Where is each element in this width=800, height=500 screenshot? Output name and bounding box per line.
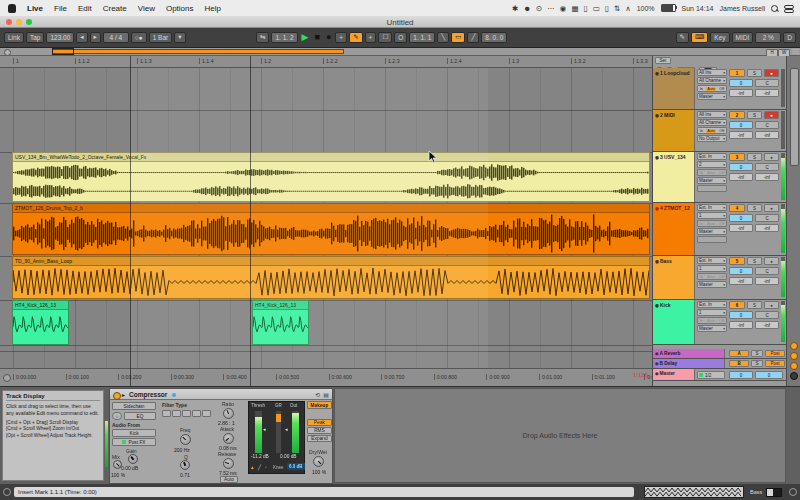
track-name[interactable]: ◉3 USV_134 — [653, 152, 695, 202]
arm-button[interactable]: ● — [764, 257, 779, 265]
collapsed-view-icon[interactable]: ◦ — [265, 464, 267, 470]
key-map-button[interactable]: Key — [710, 32, 729, 43]
punch-in-button[interactable]: ╲ — [437, 32, 449, 43]
computer-midi-keyboard-button[interactable]: ⌨ — [691, 32, 708, 43]
output-type-select[interactable]: Master▾ — [697, 281, 727, 288]
volume-field[interactable]: -inf — [729, 321, 753, 329]
track-header-4[interactable]: ◉4 ZTMOT_12Ext. In▾1▾InAutoOffMaster▾4S●… — [653, 203, 786, 256]
volume-field-2[interactable]: -inf — [755, 89, 779, 97]
monitor-auto-button[interactable]: Auto — [706, 222, 716, 226]
out-meter[interactable] — [292, 411, 299, 453]
crossfade-off-dot[interactable] — [790, 372, 798, 380]
track-fold-icon[interactable]: ◉ — [655, 371, 659, 376]
time-ruler[interactable]: 1/128 0:00.0000:00.1000:00.2000:00.3000:… — [0, 368, 652, 386]
return-track-header-A[interactable]: ◉A ReverbASPost — [653, 349, 786, 359]
output-type-select[interactable]: Master▾ — [697, 228, 727, 235]
gain-knob[interactable] — [128, 454, 138, 464]
input-type-select[interactable]: Ext. In▾ — [697, 153, 727, 160]
input-channel-select[interactable]: 2▾ — [697, 161, 727, 168]
makeup-toggle[interactable]: Makeup — [307, 401, 332, 409]
peak-mode-button[interactable]: Peak — [307, 419, 332, 426]
clip-overview-thumbnail[interactable] — [644, 486, 744, 498]
track-number-chip[interactable]: 1 — [729, 69, 745, 77]
thresh-meter[interactable] — [255, 411, 262, 453]
return-solo-button[interactable]: S — [751, 360, 763, 367]
filter-type-highpass[interactable] — [182, 410, 191, 417]
monitor-off-button[interactable]: Off — [719, 275, 724, 279]
monitor-off-button[interactable]: Off — [719, 171, 724, 175]
volume-field[interactable]: -inf — [729, 224, 753, 232]
session-record-button[interactable]: O — [394, 32, 407, 43]
status-icon-10[interactable]: ∧ — [625, 4, 631, 13]
monitor-auto-button[interactable]: Auto — [706, 275, 716, 279]
arm-button[interactable]: ● — [764, 153, 779, 161]
pan-center-chip[interactable]: C — [755, 214, 779, 222]
pan-center-chip[interactable]: C — [755, 267, 779, 275]
cue-out-select[interactable]: 1/2 — [697, 371, 725, 379]
monitor-in-button[interactable]: In — [700, 275, 703, 279]
status-icon-6[interactable]: ▯ — [583, 4, 587, 13]
track-header-5[interactable]: ◉BassExt. In▾1▾InAutoOffMaster▾5S●0C-inf… — [653, 256, 786, 300]
control-center-icon[interactable] — [784, 5, 792, 12]
out-handle-icon[interactable]: ◂ — [285, 426, 288, 432]
menu-live[interactable]: Live — [27, 4, 43, 13]
expand-mode-button[interactable]: Expand — [307, 435, 332, 442]
arm-button[interactable]: ● — [764, 111, 779, 119]
hot-swap-dot[interactable] — [172, 393, 176, 397]
spotlight-search-icon[interactable] — [771, 5, 778, 12]
scrollbar-thumb[interactable] — [790, 68, 799, 166]
volume-field[interactable]: -inf — [729, 131, 753, 139]
master-track-header[interactable]: ◉Master1/200 — [653, 369, 786, 381]
pan-center-chip[interactable]: C — [755, 79, 779, 87]
crossfade-a-dot[interactable] — [790, 342, 798, 350]
master-track-name[interactable]: ◉Master — [653, 369, 695, 380]
input-channel-select[interactable]: All Channe▾ — [697, 77, 727, 84]
ratio-knob[interactable] — [223, 408, 234, 419]
time-signature-field[interactable]: 4 / 4 — [103, 32, 129, 43]
punch-out-button[interactable]: ╱ — [467, 32, 479, 43]
apple-menu-icon[interactable] — [8, 4, 16, 13]
q-knob[interactable] — [180, 460, 190, 470]
menu-create[interactable]: Create — [103, 4, 127, 13]
loop-button[interactable]: ▭ — [451, 32, 465, 43]
thresh-handle-icon[interactable]: ◂ — [263, 426, 266, 432]
overview-follow-icon[interactable] — [4, 49, 11, 56]
volume-field-2[interactable]: -inf — [755, 131, 779, 139]
pan-knob-chip[interactable]: 0 — [729, 311, 753, 319]
status-icon-4[interactable]: ◉ — [560, 4, 567, 13]
monitor-switch[interactable]: InAutoOff — [697, 220, 727, 227]
beat-time-ruler[interactable]: 11.1.21.1.31.1.41.21.2.21.2.31.2.41.31.3… — [0, 56, 652, 68]
status-icon-8[interactable]: ▯ — [605, 4, 609, 13]
input-channel-select[interactable]: 1▾ — [697, 212, 727, 219]
track-name[interactable]: ◉2 MIDI — [653, 110, 695, 151]
track-number-chip[interactable]: 6 — [729, 301, 745, 309]
crossfade-c-dot[interactable] — [790, 362, 798, 370]
return-track-header-B[interactable]: ◉B DelayBSPost — [653, 359, 786, 369]
track-number-chip[interactable]: 3 — [729, 153, 745, 161]
routing-point-select[interactable]: Post FX — [112, 438, 156, 446]
arrangement-overview[interactable]: H W — [0, 48, 800, 56]
track-fold-icon[interactable]: ◉ — [655, 303, 659, 308]
track-fold-icon[interactable]: ◉ — [655, 361, 659, 366]
track-fold-icon[interactable]: ◉ — [655, 206, 659, 211]
compressor-titlebar[interactable]: ▸ Compressor ⟲ ▤ — [110, 389, 332, 400]
track-number-chip[interactable]: 4 — [729, 204, 745, 212]
volume-field-2[interactable]: -inf — [755, 321, 779, 329]
track-fold-icon[interactable]: ◉ — [655, 71, 659, 76]
auto-release-toggle[interactable]: Auto — [220, 476, 238, 483]
filter-type-notch[interactable] — [192, 410, 201, 417]
solo-button[interactable]: S — [747, 257, 762, 265]
freq-knob[interactable] — [180, 434, 191, 445]
track-name[interactable]: ◉4 ZTMOT_12 — [653, 203, 695, 255]
track-header-1[interactable]: ◉1 LoopcloudAll Ins▾All Channe▾InAutoOff… — [653, 68, 786, 110]
volume-field-2[interactable]: -inf — [755, 173, 779, 181]
release-knob[interactable] — [223, 458, 234, 469]
track-name[interactable]: ◉1 Loopcloud — [653, 68, 695, 109]
pan-center-chip[interactable]: C — [755, 163, 779, 171]
pan-center-chip[interactable]: C — [755, 311, 779, 319]
clip-title[interactable]: HT4_Kick_126_13 — [13, 301, 68, 310]
arrangement-position-field[interactable]: 1. 1. 2 — [271, 32, 297, 43]
track-name[interactable]: ◉Kick — [653, 300, 695, 344]
sidechain-toggle[interactable]: Sidechain — [112, 402, 156, 410]
volume-field[interactable]: -inf — [729, 277, 753, 285]
